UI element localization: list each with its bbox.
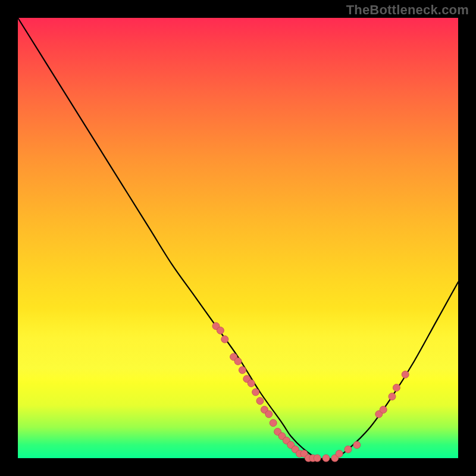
data-marker [221,336,228,343]
chart-container: TheBottleneck.com [0,0,476,476]
data-marker [402,371,409,378]
data-marker [248,380,255,387]
curve-layer [18,18,458,458]
data-marker [234,358,242,365]
data-marker [393,384,400,392]
bottleneck-curve [18,18,458,459]
data-marker [270,419,277,427]
data-marker [336,450,343,458]
data-marker [256,397,264,405]
data-marker [217,327,224,334]
data-marker [265,411,273,418]
data-markers [212,322,409,462]
data-marker [314,455,321,462]
watermark-text: TheBottleneck.com [346,2,469,18]
plot-area [18,18,458,458]
data-marker [252,389,259,396]
data-marker [345,446,352,453]
data-marker [239,367,246,374]
data-marker [389,393,396,400]
data-marker [353,441,361,449]
data-marker [322,455,330,462]
data-marker [380,406,387,414]
